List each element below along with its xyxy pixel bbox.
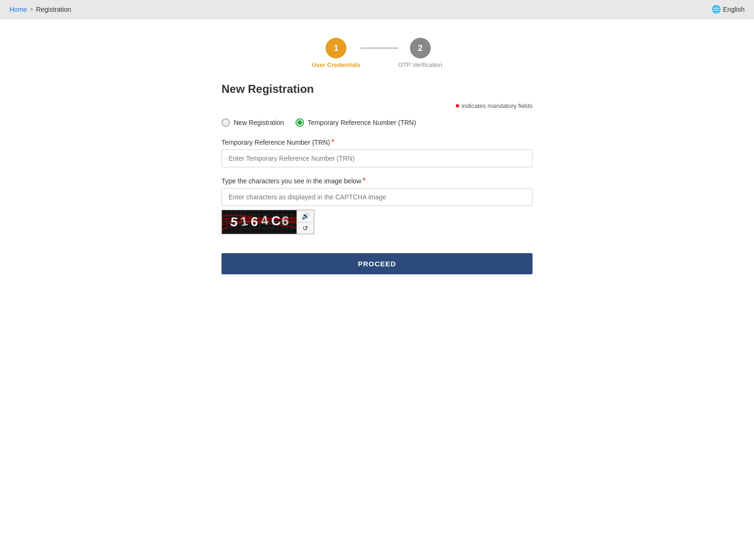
top-nav: Home > Registration 🌐 English (0, 0, 754, 19)
step-connector (361, 48, 398, 49)
step-2-circle: 2 (410, 38, 431, 58)
captcha-required: * (363, 177, 366, 185)
breadcrumb-current: Registration (36, 6, 71, 13)
stepper-container: 1 User Credentials 2 OTP Verification (19, 28, 735, 82)
step-1-label: User Credentials (311, 61, 360, 68)
captcha-input[interactable] (221, 188, 533, 206)
audio-icon: 🔊 (302, 212, 310, 220)
proceed-button[interactable]: PROCEED (221, 253, 533, 274)
mandatory-text: indicates mandatory fields (462, 102, 533, 109)
step-1-circle: 1 (326, 38, 346, 58)
mandatory-note: ●indicates mandatory fields (221, 101, 533, 110)
refresh-icon: ↺ (303, 224, 308, 232)
page-title: New Registration (221, 82, 533, 96)
captcha-controls: 🔊 ↺ (297, 210, 314, 234)
radio-new-reg[interactable] (221, 118, 230, 127)
form-container: New Registration ●indicates mandatory fi… (221, 82, 533, 274)
main-content: 1 User Credentials 2 OTP Verification Ne… (0, 19, 754, 560)
trn-label: Temporary Reference Number (TRN)* (221, 138, 533, 147)
captcha-image (221, 210, 297, 234)
radio-trn-label: Temporary Reference Number (TRN) (308, 119, 416, 126)
captcha-label: Type the characters you see in the image… (221, 177, 533, 185)
language-selector[interactable]: 🌐 English (712, 5, 745, 14)
radio-group: New Registration Temporary Reference Num… (221, 118, 533, 127)
step-2: 2 OTP Verification (398, 38, 443, 68)
captcha-wrapper: 🔊 ↺ (221, 210, 533, 234)
home-link[interactable]: Home (9, 6, 27, 13)
radio-option-trn[interactable]: Temporary Reference Number (TRN) (295, 118, 416, 127)
radio-option-new-reg[interactable]: New Registration (221, 118, 284, 127)
trn-field-group: Temporary Reference Number (TRN)* (221, 138, 533, 167)
mandatory-dot: ● (455, 101, 460, 109)
captcha-audio-button[interactable]: 🔊 (297, 210, 314, 222)
radio-trn[interactable] (295, 118, 304, 127)
captcha-canvas (222, 210, 296, 234)
trn-input[interactable] (221, 149, 533, 167)
captcha-refresh-button[interactable]: ↺ (297, 222, 314, 234)
breadcrumb: Home > Registration (9, 6, 71, 13)
radio-new-reg-label: New Registration (234, 119, 284, 126)
breadcrumb-separator: > (30, 6, 33, 13)
trn-required: * (331, 138, 334, 147)
captcha-field-group: Type the characters you see in the image… (221, 177, 533, 234)
globe-icon: 🌐 (712, 5, 721, 14)
step-2-label: OTP Verification (398, 61, 443, 68)
language-label: English (723, 6, 745, 13)
stepper: 1 User Credentials 2 OTP Verification (311, 38, 442, 68)
step-1: 1 User Credentials (311, 38, 360, 68)
